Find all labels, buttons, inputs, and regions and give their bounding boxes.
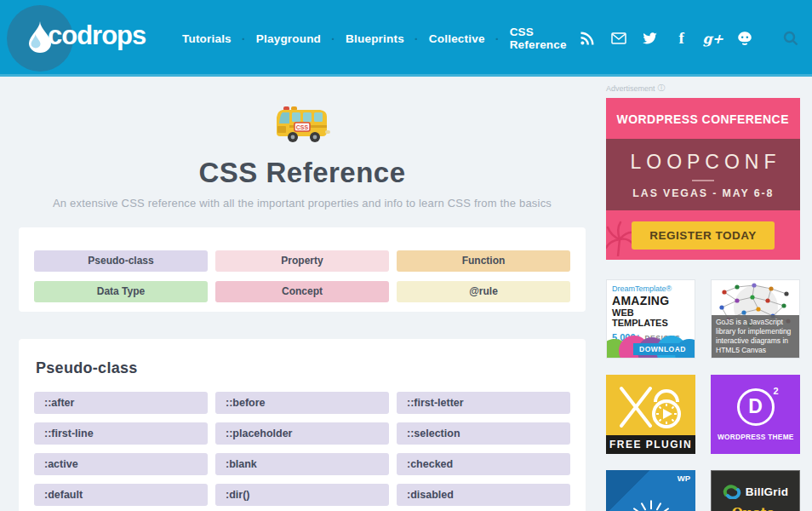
ad-tiles-grid: DreamTemplate® AMAZING WEB TEMPLATES 5,0…	[606, 279, 800, 511]
legend-card: Pseudo-class Property Function Data Type…	[19, 227, 586, 312]
legend-at-rule[interactable]: @rule	[397, 281, 570, 302]
nav-tutorials[interactable]: Tutorials	[172, 27, 242, 50]
dreamtemplate-brand: DreamTemplate®	[612, 284, 689, 293]
x-lock-graphic	[606, 382, 695, 433]
search-icon[interactable]	[782, 30, 799, 47]
rss-icon[interactable]	[577, 28, 598, 49]
free-plugin-label: FREE PLUGIN	[606, 435, 695, 454]
hero: CSS CSS Reference An extensive CSS refer…	[19, 102, 586, 210]
page-title: CSS Reference	[19, 157, 586, 189]
loopconf-ad[interactable]: WORDPRESS CONFERENCE LOOPCONF LAS VEGAS …	[606, 98, 800, 260]
google-plus-icon[interactable]: g+	[703, 28, 723, 49]
main-nav: Tutorials · Playground · Blueprints · Co…	[172, 20, 577, 56]
legend-concept[interactable]: Concept	[215, 281, 389, 302]
pseudo-class-section: Pseudo-class ::after ::before ::first-le…	[19, 339, 586, 511]
facebook-icon[interactable]: f	[672, 28, 692, 49]
legend-data-type[interactable]: Data Type	[34, 281, 208, 302]
page-body: CSS CSS Reference An extensive CSS refer…	[0, 77, 812, 511]
list-item[interactable]: ::before	[215, 392, 389, 414]
billgrid-logo	[723, 485, 741, 499]
list-item[interactable]: :blank	[215, 453, 389, 475]
billgrid-brand: BillGrid	[746, 485, 788, 498]
ad-location-date: LAS VEGAS - MAY 6-8	[632, 187, 774, 199]
list-item[interactable]: :checked	[397, 453, 570, 475]
register-today-button[interactable]: REGISTER TODAY	[632, 221, 775, 250]
twitter-icon[interactable]	[640, 28, 660, 49]
list-item[interactable]: :active	[34, 453, 208, 475]
ad-brand-band: LOOPCONF LAS VEGAS - MAY 6-8	[606, 139, 800, 210]
wp-book-ad[interactable]: WP	[606, 470, 695, 511]
info-icon[interactable]: ⓘ	[658, 83, 666, 94]
css-bus-icon: CSS	[19, 102, 586, 150]
loopconf-wordmark: LOOPCONF	[630, 151, 781, 174]
nav-blueprints[interactable]: Blueprints	[335, 27, 415, 50]
download-button[interactable]: DOWNLOAD	[633, 343, 692, 355]
wp-corner-label: WP	[678, 474, 690, 483]
main-content: CSS CSS Reference An extensive CSS refer…	[19, 77, 586, 511]
legend-property[interactable]: Property	[215, 250, 389, 272]
ad-headline: WORDPRESS CONFERENCE	[617, 112, 789, 126]
advertisement-text: Advertisement	[606, 84, 655, 93]
billgrid-quote-line: Quote,	[732, 505, 780, 511]
divi-letter: D	[748, 395, 763, 418]
logo-wordmark: codrops	[48, 20, 146, 51]
ad-cta-band: REGISTER TODAY	[606, 210, 800, 260]
advertisement-label: Advertisement ⓘ	[606, 83, 800, 94]
billgrid-ad[interactable]: BillGrid Quote,	[711, 470, 800, 511]
bus-css-sign: CSS	[296, 124, 309, 130]
legend-function[interactable]: Function	[397, 250, 570, 272]
email-icon[interactable]	[609, 28, 629, 49]
list-item[interactable]: ::after	[34, 392, 208, 414]
ad-sidebar: Advertisement ⓘ WORDPRESS CONFERENCE LOO…	[606, 77, 800, 511]
divi-label: WORDPRESS THEME	[718, 433, 794, 441]
nav-css-reference[interactable]: CSS Reference	[500, 20, 577, 56]
divi-theme-ad[interactable]: D 2 WORDPRESS THEME	[711, 375, 800, 454]
section-title: Pseudo-class	[36, 359, 570, 377]
list-item[interactable]: ::first-letter	[397, 392, 570, 414]
nav-playground[interactable]: Playground	[246, 27, 331, 50]
list-item[interactable]: :default	[34, 484, 208, 506]
open-book-icon	[627, 498, 675, 511]
divi-superscript: 2	[772, 386, 779, 396]
social-links: f g+	[577, 28, 755, 49]
gojs-ad[interactable]: GoJS is a JavaScript library for impleme…	[711, 279, 800, 359]
nav-collective[interactable]: Collective	[419, 27, 495, 50]
codrops-logo[interactable]: codrops	[0, 0, 167, 77]
legend-pseudo-class[interactable]: Pseudo-class	[34, 250, 208, 272]
site-header: codrops Tutorials · Playground · Bluepri…	[0, 0, 812, 77]
divi-logo: D 2	[737, 388, 775, 426]
free-plugin-ad[interactable]: FREE PLUGIN	[606, 375, 695, 454]
ad-divider	[692, 180, 714, 181]
dreamtemplate-heading: AMAZING	[612, 294, 689, 307]
dreamtemplate-ad[interactable]: DreamTemplate® AMAZING WEB TEMPLATES 5,0…	[606, 279, 695, 359]
dreamtemplate-subheading: WEB TEMPLATES	[612, 307, 689, 328]
list-item[interactable]: :disabled	[397, 484, 570, 506]
list-item[interactable]: ::first-line	[34, 422, 208, 445]
list-item[interactable]: ::placeholder	[215, 422, 389, 445]
ad-headline-band: WORDPRESS CONFERENCE	[606, 98, 800, 139]
github-icon[interactable]	[735, 28, 755, 49]
gojs-caption: GoJS is a JavaScript library for impleme…	[712, 315, 799, 358]
list-item[interactable]: :dir()	[215, 484, 389, 506]
page-subtitle: An extensive CSS reference with all the …	[19, 197, 586, 210]
pseudo-class-list: ::after ::before ::first-letter ::first-…	[34, 392, 570, 511]
list-item[interactable]: ::selection	[397, 422, 570, 445]
